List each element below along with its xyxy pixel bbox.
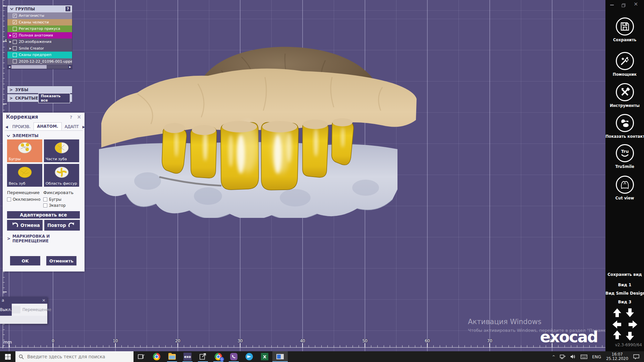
undo-button[interactable]: Отмена: [7, 220, 43, 231]
telegram-app[interactable]: [241, 351, 257, 362]
help-icon[interactable]: ?: [70, 115, 72, 120]
exocad-app[interactable]: exo: [180, 351, 195, 362]
tools-tool[interactable]: Инструменты: [605, 83, 644, 108]
scroll-left-icon[interactable]: ◀: [7, 66, 11, 68]
tab-move[interactable]: Перемещение: [12, 304, 51, 316]
close-icon[interactable]: ×: [42, 298, 46, 303]
3d-viewport[interactable]: 4 mm 0 10 20 30 40 50 60 70 80 Активация…: [0, 0, 605, 351]
tab-off[interactable]: Выкл.: [0, 304, 12, 316]
tile-cusps[interactable]: Бугры: [7, 139, 42, 162]
view-3-button[interactable]: Вид 3: [605, 300, 644, 304]
share-app[interactable]: [195, 351, 211, 362]
chrome-app[interactable]: [149, 351, 164, 362]
dental-model-3d[interactable]: [97, 44, 419, 218]
language-indicator[interactable]: ENG: [592, 354, 601, 359]
hidden-section-bar[interactable]: > СКРЫТЫЕ Показать все: [7, 94, 72, 102]
view-smile-design-button[interactable]: Вид Smile Design: [605, 291, 644, 296]
checkbox-checked[interactable]: ✓: [13, 33, 17, 37]
checkbox-unchecked[interactable]: [7, 197, 11, 201]
save-view-button[interactable]: Сохранить вид: [605, 272, 644, 277]
tabs-scroll-right-icon[interactable]: ▶: [82, 125, 87, 130]
elements-section-header[interactable]: ЭЛЕМЕНТЫ: [7, 133, 85, 138]
horizontal-scrollbar[interactable]: ◀ ▶: [7, 65, 72, 69]
task-view-button[interactable]: [133, 351, 149, 362]
expand-arrow-icon[interactable]: ▶: [9, 34, 13, 37]
checkbox-unchecked[interactable]: [13, 46, 17, 50]
scroll-right-icon[interactable]: ▶: [68, 66, 72, 68]
restore-icon[interactable]: [622, 2, 626, 9]
view-1-button[interactable]: Вид 1: [605, 283, 644, 287]
ruler-tick-label: 50: [362, 339, 367, 343]
scrollbar-track[interactable]: [11, 65, 68, 69]
tile-label: Весь зуб: [9, 181, 25, 186]
minimize-icon[interactable]: [610, 5, 614, 5]
clock[interactable]: 16:07 25.12.2020: [606, 352, 628, 361]
tile-tooth-parts[interactable]: Части зуба: [44, 139, 79, 162]
checkbox-checked[interactable]: ✓: [13, 14, 17, 18]
cancel-button[interactable]: Отменить: [46, 256, 76, 265]
undo-icon: [12, 222, 18, 228]
adapt-all-button[interactable]: Адаптировать все: [7, 211, 80, 219]
svg-text:Tru: Tru: [621, 149, 629, 154]
teeth-section-bar[interactable]: > ЗУБЫ: [7, 86, 72, 93]
redo-button[interactable]: Повтор: [44, 220, 80, 231]
help-button[interactable]: ?: [65, 6, 71, 12]
chrome-profile-app[interactable]: G: [211, 351, 226, 362]
equator-checkbox-row[interactable]: Экватор: [43, 203, 79, 208]
checkbox-unchecked[interactable]: [43, 203, 47, 207]
wizard-tool[interactable]: Помощник: [605, 52, 644, 77]
tab-anatomic[interactable]: АНАТОМ.: [34, 122, 62, 130]
keyboard-icon[interactable]: [581, 355, 587, 359]
mini-dialog-titlebar[interactable]: а ×: [0, 297, 47, 304]
group-row-full-anatomy[interactable]: ▶ ✓ Полная анатомия: [7, 32, 72, 39]
group-row-smile-creator[interactable]: ▶ Smile Creator: [7, 45, 72, 52]
checkbox-unchecked[interactable]: [13, 59, 17, 63]
group-row-label: 2D-изображения: [19, 40, 51, 44]
excel-app[interactable]: X: [257, 351, 272, 362]
checkbox-unchecked[interactable]: [43, 197, 47, 201]
group-row-upperjaw-file[interactable]: 2020-12-22_01096-001-upperjaw.DC: [7, 58, 72, 65]
correction-dialog-titlebar[interactable]: Коррекция ? ×: [3, 113, 85, 121]
viber-app[interactable]: [226, 351, 241, 362]
tile-label: Область фиссур: [46, 181, 77, 186]
group-row-antagonists[interactable]: ✓ Антагонисты: [7, 12, 72, 19]
occlusal-checkbox-row[interactable]: Окклюзионно: [7, 197, 43, 202]
notification-icon[interactable]: [633, 354, 639, 359]
search-input[interactable]: [27, 354, 128, 359]
expand-arrow-icon[interactable]: ▶: [9, 40, 13, 43]
show-all-button[interactable]: Показать все: [38, 93, 70, 103]
taskbar-search[interactable]: [15, 351, 133, 362]
cusps-checkbox-row[interactable]: Бугры: [43, 197, 79, 202]
group-row-prepreop-scans[interactable]: Сканы предпреп: [7, 52, 72, 58]
cutview-tool[interactable]: Cut view: [605, 176, 644, 200]
network-icon[interactable]: [560, 354, 566, 359]
checkbox-unchecked[interactable]: [13, 53, 17, 57]
view-orientation-arrows[interactable]: [612, 308, 637, 341]
checkbox-unchecked[interactable]: [13, 27, 17, 31]
expand-arrow-icon[interactable]: ▶: [9, 47, 13, 50]
start-button[interactable]: [0, 351, 15, 362]
groups-panel-header[interactable]: ГРУППЫ ?: [7, 5, 72, 12]
tab-free[interactable]: ПРОИЗВ.: [9, 123, 34, 130]
contacts-tool[interactable]: Показать контакты: [605, 114, 644, 139]
ok-button[interactable]: OK: [10, 256, 40, 265]
tile-whole-tooth[interactable]: Весь зуб: [7, 164, 42, 187]
tile-fissure-area[interactable]: Область фиссур: [44, 164, 79, 187]
file-explorer-app[interactable]: [164, 351, 180, 362]
tab-adapt[interactable]: АДАПТ: [62, 123, 82, 130]
tabs-scroll-left-icon[interactable]: ◀: [5, 125, 9, 130]
active-window-app[interactable]: [272, 351, 288, 362]
tray-expand-icon[interactable]: ^: [552, 355, 555, 359]
close-icon[interactable]: ×: [634, 1, 638, 7]
group-row-jaw-scans[interactable]: ✓ Сканы челюсти: [7, 19, 72, 26]
trusmile-tool[interactable]: Tru TruSmile: [605, 144, 644, 169]
volume-icon[interactable]: [570, 354, 576, 359]
save-tool[interactable]: Сохранить: [605, 17, 644, 42]
close-icon[interactable]: ×: [77, 114, 81, 120]
group-row-2d-images[interactable]: ▶ 2D-изображения: [7, 39, 72, 45]
scrollbar-thumb[interactable]: [11, 65, 47, 69]
checkbox-checked[interactable]: ✓: [13, 20, 17, 24]
marking-section-header[interactable]: > МАРКИРОВКА И ПЕРЕМЕЩЕНИЕ: [7, 234, 85, 243]
group-row-bite-registration[interactable]: Регистратор прикуса: [7, 25, 72, 32]
checkbox-unchecked[interactable]: [13, 40, 17, 44]
